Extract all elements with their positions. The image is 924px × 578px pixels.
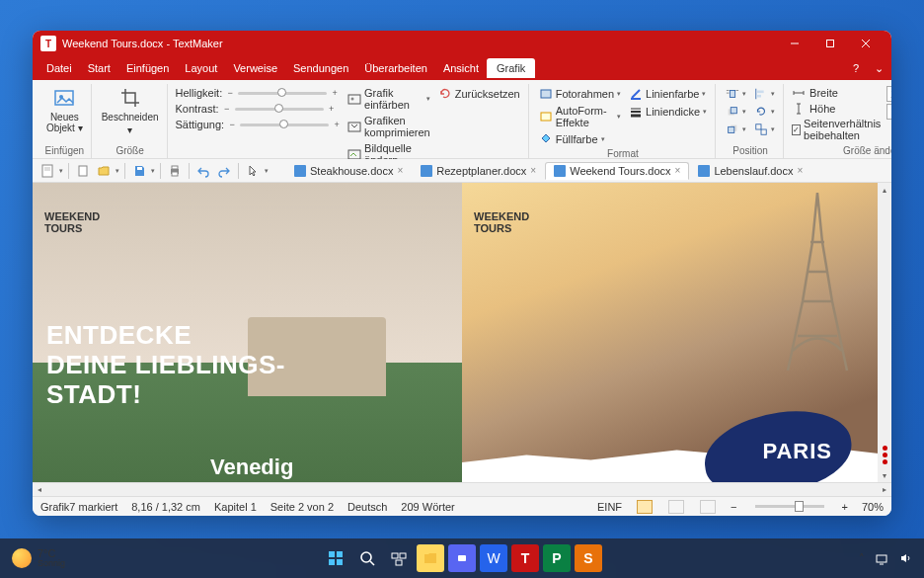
status-insert-mode[interactable]: EINF — [597, 501, 622, 513]
svg-rect-12 — [631, 98, 641, 100]
app-button-1[interactable] — [448, 544, 476, 572]
height-input[interactable] — [886, 104, 891, 120]
svg-rect-44 — [400, 553, 406, 558]
new-object-label: Neues Objekt ▾ — [46, 112, 83, 133]
undo-icon[interactable] — [194, 162, 212, 180]
svg-rect-23 — [729, 126, 734, 132]
page-left[interactable]: WEEKENDTOURS ENTDECKE DEINE LIEBLINGS- S… — [33, 183, 462, 482]
saturation-slider[interactable]: Sättigung:−+ — [176, 119, 343, 130]
page-right[interactable]: WEEKENDTOURS PARIS — [462, 183, 891, 482]
zoom-slider[interactable] — [755, 505, 824, 508]
menu-start[interactable]: Start — [80, 59, 118, 77]
window-title: Weekend Tours.docx - TextMaker — [62, 38, 777, 49]
scroll-left-icon[interactable]: ◂ — [33, 485, 46, 494]
volume-icon[interactable] — [898, 551, 912, 565]
menu-verweise[interactable]: Verweise — [225, 59, 285, 77]
network-icon[interactable] — [875, 551, 888, 565]
view-master-button[interactable] — [668, 500, 684, 514]
help-button[interactable]: ? — [845, 62, 867, 74]
zoom-level[interactable]: 70% — [862, 501, 884, 513]
send-backward-button[interactable]: ▾ — [724, 122, 748, 137]
new-object-button[interactable]: Neues Objekt ▾ — [44, 84, 85, 135]
rotate-button[interactable]: ▾ — [752, 104, 777, 120]
bring-forward-button[interactable]: ▾ — [724, 104, 748, 120]
wrap-button[interactable]: ▾ — [724, 86, 748, 102]
task-view-button[interactable] — [385, 544, 413, 572]
new-doc-icon[interactable] — [74, 162, 92, 180]
vertical-scrollbar[interactable]: ▴ ▾ — [878, 183, 891, 482]
line-color-button[interactable]: Linienfarbe▾ — [627, 86, 709, 102]
app-button-2[interactable]: W — [480, 544, 507, 572]
tab-steakhouse[interactable]: Steakhouse.docx× — [285, 162, 412, 180]
redo-icon[interactable] — [215, 162, 233, 180]
align-button[interactable]: ▾ — [752, 86, 777, 102]
pointer-icon[interactable] — [244, 162, 262, 180]
brightness-slider[interactable]: Helligkeit:−+ — [176, 87, 343, 99]
search-button[interactable] — [353, 544, 381, 572]
tab-rezeptplaner[interactable]: Rezeptplaner.docx× — [412, 162, 545, 180]
status-wordcount[interactable]: 209 Wörter — [401, 501, 454, 513]
crop-dd: ▾ — [127, 124, 132, 135]
menu-datei[interactable]: Datei — [38, 59, 80, 77]
autoform-effects-button[interactable]: AutoForm-Effekte▾ — [537, 104, 623, 129]
close-icon[interactable]: × — [530, 165, 536, 176]
menu-grafik[interactable]: Grafik — [487, 58, 535, 78]
help-dropdown[interactable]: ⌄ — [867, 62, 891, 75]
svg-line-42 — [370, 561, 374, 565]
file-menu-icon[interactable] — [38, 162, 56, 180]
close-icon[interactable]: × — [798, 165, 804, 176]
crop-button[interactable]: Beschneiden ▾ — [100, 84, 161, 137]
status-selection: Grafik7 markiert — [40, 501, 117, 513]
group-format-label: Format — [537, 147, 709, 159]
tray-overflow-icon[interactable]: ˄ — [859, 552, 865, 565]
tab-weekend-tours[interactable]: Weekend Tours.docx× — [545, 162, 689, 180]
print-icon[interactable] — [166, 162, 184, 180]
keep-ratio-checkbox[interactable]: ✓Seitenverhältnis beibehalten — [792, 118, 883, 141]
width-icon — [792, 86, 806, 100]
zoom-in-button[interactable]: + — [842, 501, 848, 513]
width-input[interactable] — [886, 86, 891, 102]
line-width-button[interactable]: Liniendicke▾ — [627, 104, 709, 120]
headline-text: ENTDECKE DEINE LIEBLINGS- STADT! — [46, 321, 285, 410]
maximize-button[interactable] — [812, 31, 848, 56]
view-normal-button[interactable] — [637, 500, 653, 514]
recolor-button[interactable]: Grafik einfärben▾ — [346, 86, 432, 112]
menu-layout[interactable]: Layout — [177, 59, 225, 77]
photo-frame-button[interactable]: Fotorahmen▾ — [537, 86, 623, 102]
weather-widget[interactable]: 7°CSonnig — [12, 547, 65, 569]
close-icon[interactable]: × — [397, 165, 403, 176]
group-position-label: Position — [724, 144, 777, 156]
system-tray[interactable]: ˄ — [859, 551, 912, 565]
fill-color-button[interactable]: Füllfarbe▾ — [537, 131, 623, 147]
scroll-up-icon[interactable]: ▴ — [878, 183, 891, 197]
status-language[interactable]: Deutsch — [347, 501, 387, 513]
menubar: Datei Start Einfügen Layout Verweise Sen… — [33, 56, 891, 80]
menu-ueberarbeiten[interactable]: Überarbeiten — [356, 59, 435, 77]
view-outline-button[interactable] — [700, 500, 716, 514]
scroll-right-icon[interactable]: ▸ — [878, 485, 891, 494]
crop-label: Beschneiden — [102, 112, 159, 123]
save-icon[interactable] — [130, 162, 148, 180]
planmaker-button[interactable]: P — [543, 544, 571, 572]
open-icon[interactable] — [95, 162, 113, 180]
group-button[interactable]: ▾ — [752, 122, 777, 137]
tab-lebenslauf[interactable]: Lebenslauf.docx× — [689, 162, 811, 180]
zoom-out-button[interactable]: − — [731, 501, 736, 513]
explorer-button[interactable] — [417, 544, 444, 572]
menu-ansicht[interactable]: Ansicht — [435, 59, 487, 77]
menu-einfuegen[interactable]: Einfügen — [118, 59, 177, 77]
contrast-slider[interactable]: Kontrast:−+ — [176, 103, 343, 115]
start-button[interactable] — [322, 544, 349, 572]
reset-button[interactable]: Zurücksetzen — [436, 86, 522, 102]
quick-access-toolbar: ▾ ▾ ▾ ▾ Steakhouse.docx× Rezeptplaner.do… — [33, 159, 891, 183]
scroll-down-icon[interactable]: ▾ — [878, 468, 891, 482]
close-button[interactable] — [848, 31, 884, 56]
horizontal-scrollbar[interactable]: ◂ ▸ — [33, 482, 891, 496]
minimize-button[interactable] — [777, 31, 812, 56]
menu-sendungen[interactable]: Sendungen — [285, 59, 356, 77]
close-icon[interactable]: × — [675, 165, 681, 176]
presentations-button[interactable]: S — [575, 544, 602, 572]
compress-button[interactable]: Grafiken komprimieren — [346, 114, 432, 139]
textmaker-button[interactable]: T — [511, 544, 539, 572]
svg-rect-36 — [172, 172, 178, 176]
